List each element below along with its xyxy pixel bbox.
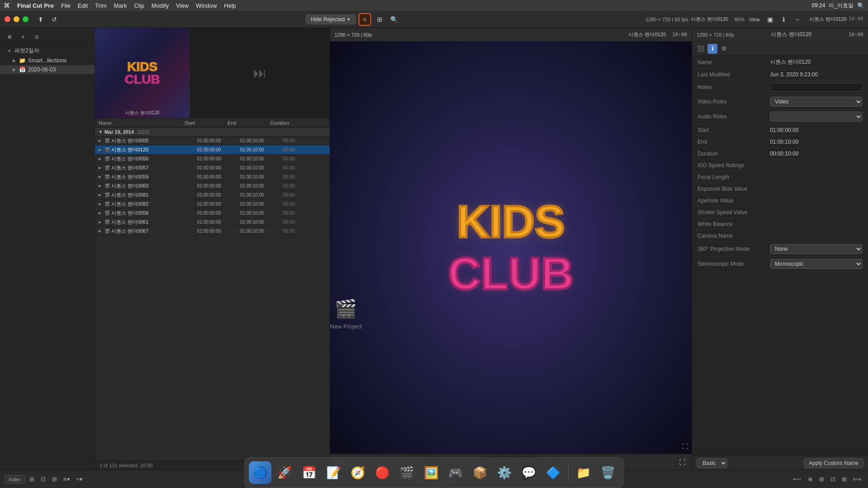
dock-settings[interactable]: ⚙️ (493, 461, 516, 484)
group-header[interactable]: ▼ Mar 19, 2014 (121) (95, 128, 330, 136)
timeline-btn-5[interactable]: ≈▾ (75, 475, 85, 483)
menu-clip[interactable]: Clip (131, 1, 148, 10)
dock-calendar[interactable]: 📅 (298, 461, 321, 484)
library-item-date[interactable]: ▶ 📅 2020-06-03 (0, 65, 94, 74)
timeline-btn-3[interactable]: ⊞ (50, 475, 59, 483)
list-item[interactable]: ▶ 🎬 시퀀스 렌더0082 01:00:00:00 01:00:10:00 0… (95, 200, 330, 209)
inspector-icon-3[interactable]: → (791, 14, 803, 25)
inspector-label-modified: Last Modified (698, 71, 770, 78)
library-item-smart[interactable]: ▶ 📁 Smart...llections (0, 56, 94, 65)
chrome-icon: 🔴 (375, 466, 390, 480)
library-root[interactable]: ▼ 퍼컷2일차 (0, 46, 94, 56)
maximize-button[interactable] (23, 16, 28, 22)
new-project-area[interactable]: 🎬 New Project (330, 298, 362, 330)
list-item[interactable]: ▶ 🎬 시퀀스 렌더0081 01:00:00:00 01:00:10:00 0… (95, 191, 330, 200)
dock-finalcut[interactable]: 🎬 (396, 461, 418, 484)
search-icon[interactable]: 🔍 (857, 2, 864, 9)
menu-help[interactable]: Help (221, 1, 240, 10)
search-button[interactable]: 🔍 (388, 14, 400, 25)
view-button[interactable]: View (746, 14, 763, 25)
inspector-icon-1[interactable]: ▣ (764, 14, 776, 25)
new-project-icon: 🎬 (335, 298, 357, 319)
inspector-select-video-roles[interactable]: Video (770, 97, 863, 107)
library-btn-1[interactable]: ⊞ (4, 31, 15, 42)
timeline-right-btn-6[interactable]: ⟾ (851, 475, 863, 483)
filter-btn-2[interactable]: ⊞ (374, 14, 386, 25)
row-arrow-4: ▶ (99, 175, 103, 179)
menu-app-name[interactable]: Final Cut Pro (14, 1, 57, 10)
menu-window[interactable]: Window (192, 1, 220, 10)
hide-rejected-button[interactable]: Hide Rejected ▼ (306, 14, 355, 24)
dock-finder[interactable]: 🔵 (249, 461, 272, 484)
basic-dropdown[interactable]: Basic (697, 458, 727, 468)
photos-icon: 🖼️ (424, 466, 439, 480)
inspector-label-start: Start (698, 127, 770, 133)
list-item[interactable]: ▶ 🎬 시퀀스 렌더0056 01:00:00:00 01:00:10:00 0… (95, 155, 330, 164)
filter-active-button[interactable]: ≡ (359, 13, 371, 26)
list-item[interactable]: ▶ 🎬 시퀀스 렌더0059 01:00:00:00 01:00:10:00 0… (95, 173, 330, 182)
toolbar-btn-1[interactable]: ⬆ (35, 14, 47, 25)
menu-trim[interactable]: Trim (91, 1, 110, 10)
calendar-icon: 📅 (302, 466, 316, 480)
dock-photos[interactable]: 🖼️ (420, 461, 443, 484)
menu-mark[interactable]: Mark (110, 1, 131, 10)
list-item[interactable]: ▶ 🎬 시퀀스 렌더0057 01:00:00:00 01:00:10:00 0… (95, 164, 330, 173)
inspector-select-stereo[interactable]: Monoscopic (770, 259, 863, 269)
row-start-5: 01:00:00:00 (197, 183, 240, 188)
dock-app1[interactable]: 🎮 (444, 461, 467, 484)
inspector-tab-info[interactable]: ⬛ (696, 44, 706, 54)
library-btn-3[interactable]: ⊡ (31, 31, 42, 42)
list-item[interactable]: ▶ 🎬 시퀀스 렌더0000 01:00:00:00 01:00:10:00 0… (95, 136, 330, 145)
inspector-clip-name: 시퀀스 렌더0120 (809, 16, 847, 23)
library-date-label: 2020-06-03 (28, 66, 56, 73)
inspector-label-video-roles: Video Roles (698, 99, 770, 105)
dock-talk[interactable]: 💬 (518, 461, 540, 484)
timeline-right-btn-3[interactable]: ⊞ (817, 475, 826, 483)
finder-icon: 🔵 (253, 466, 268, 480)
timeline-right-btn-4[interactable]: ⊡ (829, 475, 837, 483)
timeline-btn-2[interactable]: ⊡ (39, 475, 47, 483)
inspector-label-aperture: Aperture Value (698, 197, 770, 204)
inspector-tab-active[interactable]: ℹ (708, 44, 717, 54)
inspector-timecode-top: 10:00 (849, 32, 863, 38)
menu-file[interactable]: File (57, 1, 74, 10)
row-start-4: 01:00:00:00 (197, 174, 240, 179)
dock-chrome[interactable]: 🔴 (371, 461, 394, 484)
inspector-tab-settings[interactable]: ⚙ (719, 44, 729, 54)
row-end-5: 01:00:10:00 (240, 183, 283, 188)
list-item[interactable]: ▶ 🎬 시퀀스 렌더0060 01:00:00:00 01:00:10:00 0… (95, 182, 330, 191)
timeline-right-btn-1[interactable]: ⟵ (791, 475, 803, 483)
timeline-btn-4[interactable]: ≡▾ (61, 475, 72, 483)
row-start-6: 01:00:00:00 (197, 192, 240, 197)
timeline-right-btn-2[interactable]: ⊕ (806, 475, 815, 483)
apply-custom-name-button[interactable]: Apply Custom Name (804, 458, 863, 468)
dock-app2[interactable]: 📦 (469, 461, 491, 484)
inspector-icon-2[interactable]: ℹ (778, 14, 789, 25)
fullscreen-button[interactable]: ⛶ (682, 443, 688, 450)
dock-wd[interactable]: 🔷 (542, 461, 565, 484)
apple-icon[interactable]: ⌘ (4, 2, 10, 9)
inspector-select-360[interactable]: None (770, 244, 863, 254)
timeline-right-btn-5[interactable]: ⊠ (840, 475, 849, 483)
menu-view[interactable]: View (172, 1, 192, 10)
list-item[interactable]: ▶ 🎬 시퀀스 렌더0067 01:00:00:00 01:00:10:00 0… (95, 227, 330, 236)
dock-trash[interactable]: 🗑️ (597, 461, 619, 484)
dock-launchpad[interactable]: 🚀 (274, 461, 296, 484)
menu-modify[interactable]: Modify (148, 1, 172, 10)
inspector-input-notes[interactable] (770, 83, 863, 92)
toolbar-btn-2[interactable]: ↺ (48, 14, 60, 25)
dock-stickies[interactable]: 📝 (322, 461, 345, 484)
minimize-button[interactable] (14, 16, 19, 22)
viewer-right-btn-1[interactable]: ⛶ (677, 458, 687, 467)
library-btn-2[interactable]: ≡ (17, 31, 29, 42)
list-item[interactable]: ▶ 🎬 시퀀스 렌더0058 01:00:00:00 01:00:10:00 0… (95, 209, 330, 218)
inspector-top-bar: 1280 × 720 | 60p 시퀀스 렌더0120 10:00 (692, 28, 868, 42)
inspector-select-audio-roles[interactable] (770, 112, 863, 122)
list-item[interactable]: ▶ 🎬 시퀀스 렌더0120 01:00:00:00 01:00:10:00 0… (95, 145, 330, 155)
dock-folder[interactable]: 📁 (572, 461, 595, 484)
list-item[interactable]: ▶ 🎬 시퀀스 렌더0061 01:00:00:00 01:00:10:00 0… (95, 218, 330, 227)
close-button[interactable] (5, 16, 10, 22)
dock-safari[interactable]: 🧭 (347, 461, 369, 484)
timeline-btn-1[interactable]: ⊞ (28, 475, 36, 483)
menu-edit[interactable]: Edit (74, 1, 91, 10)
